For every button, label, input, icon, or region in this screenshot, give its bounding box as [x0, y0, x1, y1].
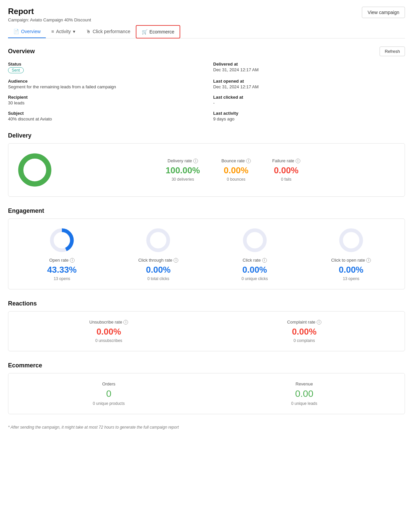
subject-value: 40% discount at Aviato	[8, 116, 200, 121]
orders-value: 0	[16, 388, 201, 399]
failure-rate-value: 0.00%	[272, 165, 300, 176]
failure-rate-metric: Failure rate i 0.00% 0 fails	[272, 158, 300, 182]
page-title: Report	[8, 7, 91, 16]
click-icon: 🖱	[86, 29, 91, 34]
click-through-info-icon: i	[174, 258, 178, 263]
delivery-inner: Delivery rate i 100.00% 30 deliveries Bo…	[16, 152, 397, 188]
orders-label: Orders	[16, 381, 201, 386]
delivery-rate-info-icon: i	[193, 159, 198, 163]
chevron-down-icon: ▾	[73, 29, 75, 34]
click-rate-value: 0.00%	[209, 265, 300, 275]
svg-point-11	[345, 234, 357, 246]
open-rate-value: 43.33%	[16, 265, 107, 275]
delivered-at-label: Delivered at	[213, 62, 405, 67]
svg-point-9	[249, 234, 261, 246]
refresh-button[interactable]: Refresh	[380, 47, 405, 56]
ecommerce-card: Orders 0 0 unique products Revenue 0.00 …	[8, 373, 405, 414]
header-left: Report Campaign: Aviato Campaign 40% Dis…	[8, 7, 91, 22]
bounce-rate-sub: 0 bounces	[221, 177, 251, 182]
campaign-subtitle: Campaign: Aviato Campaign 40% Discount	[8, 17, 91, 22]
last-activity-value: 9 days ago	[213, 116, 405, 121]
last-activity-item: Last activity 9 days ago	[213, 111, 405, 121]
complaint-metric: Complaint rate i 0.00% 0 complains	[212, 320, 397, 343]
engagement-card: Open rate i 43.33% 13 opens Click throug…	[8, 218, 405, 289]
click-through-sub: 0 total clicks	[113, 276, 204, 281]
revenue-value: 0.00	[212, 388, 397, 399]
last-clicked-value: -	[213, 100, 405, 105]
revenue-sub: 0 unique leads	[212, 401, 397, 406]
click-to-open-value: 0.00%	[306, 265, 397, 275]
click-to-open-label: Click to open rate i	[306, 258, 397, 263]
unsubscribe-label: Unsubscribe rate i	[16, 320, 201, 325]
svg-point-7	[152, 234, 164, 246]
last-activity-label: Last activity	[213, 111, 405, 116]
last-opened-item: Last opened at Dec 31, 2024 12:17 AM	[213, 79, 405, 89]
page-header: Report Campaign: Aviato Campaign 40% Dis…	[8, 7, 405, 22]
bounce-rate-metric: Bounce rate i 0.00% 0 bounces	[221, 158, 251, 182]
ecommerce-inner: Orders 0 0 unique products Revenue 0.00 …	[16, 381, 397, 406]
delivery-rate-label: Delivery rate i	[166, 158, 200, 163]
click-to-open-metric: Click to open rate i 0.00% 13 opens	[306, 227, 397, 281]
open-rate-info-icon: i	[70, 258, 75, 263]
tab-click-performance[interactable]: 🖱 Click performance	[81, 25, 136, 38]
overview-icon: 📄	[13, 29, 19, 34]
status-badge: Sent	[8, 67, 24, 73]
tab-ecommerce[interactable]: 🛒 Ecommerce	[136, 25, 181, 38]
open-rate-sub: 13 opens	[16, 276, 107, 281]
audience-item: Audience Segment for the remaining leads…	[8, 79, 200, 89]
orders-sub: 0 unique products	[16, 401, 201, 406]
recipient-value: 30 leads	[8, 100, 200, 105]
cart-icon: 🛒	[142, 29, 147, 34]
unsubscribe-sub: 0 unsubscribes	[16, 338, 201, 343]
orders-metric: Orders 0 0 unique products	[16, 381, 201, 406]
failure-rate-sub: 0 fails	[272, 177, 300, 182]
delivery-donut	[16, 152, 53, 188]
click-through-metric: Click through rate i 0.00% 0 total click…	[113, 227, 204, 281]
activity-icon: ≡	[51, 29, 54, 34]
overview-section-header: Overview Refresh	[8, 47, 405, 56]
click-rate-info-icon: i	[262, 258, 267, 263]
delivery-title: Delivery	[8, 132, 405, 139]
status-label: Status	[8, 62, 200, 67]
revenue-metric: Revenue 0.00 0 unique leads	[212, 381, 397, 406]
bounce-rate-value: 0.00%	[221, 165, 251, 176]
last-clicked-item: Last clicked at -	[213, 95, 405, 105]
last-opened-value: Dec 31, 2024 12:17 AM	[213, 84, 405, 89]
delivery-card: Delivery rate i 100.00% 30 deliveries Bo…	[8, 143, 405, 197]
revenue-label: Revenue	[212, 381, 397, 386]
click-to-open-info-icon: i	[366, 258, 371, 263]
subject-item: Subject 40% discount at Aviato	[8, 111, 200, 121]
ecommerce-title: Ecommerce	[8, 362, 405, 369]
delivered-at-value: Dec 31, 2024 12:17 AM	[213, 67, 405, 72]
open-rate-label: Open rate i	[16, 258, 107, 263]
subject-label: Subject	[8, 111, 200, 116]
delivery-metrics: Delivery rate i 100.00% 30 deliveries Bo…	[69, 158, 397, 182]
reactions-title: Reactions	[8, 300, 405, 307]
click-through-value: 0.00%	[113, 265, 204, 275]
open-rate-donut	[48, 227, 75, 254]
audience-value: Segment for the remaining leads from a f…	[8, 84, 200, 89]
open-rate-metric: Open rate i 43.33% 13 opens	[16, 227, 107, 281]
click-through-donut	[145, 227, 172, 254]
last-opened-label: Last opened at	[213, 79, 405, 84]
overview-info-grid: Status Sent Delivered at Dec 31, 2024 12…	[8, 62, 405, 121]
click-rate-sub: 0 unique clicks	[209, 276, 300, 281]
engagement-title: Engagement	[8, 207, 405, 214]
delivery-rate-metric: Delivery rate i 100.00% 30 deliveries	[166, 158, 200, 182]
audience-label: Audience	[8, 79, 200, 84]
status-item: Status Sent	[8, 62, 200, 73]
svg-point-5	[56, 234, 68, 246]
click-to-open-donut	[338, 227, 365, 254]
tab-overview[interactable]: 📄 Overview	[8, 25, 46, 38]
complaint-sub: 0 complains	[212, 338, 397, 343]
click-through-label: Click through rate i	[113, 258, 204, 263]
complaint-info-icon: i	[317, 320, 321, 325]
delivery-rate-value: 100.00%	[166, 165, 200, 176]
unsubscribe-metric: Unsubscribe rate i 0.00% 0 unsubscribes	[16, 320, 201, 343]
tab-activity[interactable]: ≡ Activity ▾	[46, 25, 81, 38]
complaint-value: 0.00%	[212, 327, 397, 337]
delivered-at-item: Delivered at Dec 31, 2024 12:17 AM	[213, 62, 405, 73]
unsubscribe-value: 0.00%	[16, 327, 201, 337]
view-campaign-button[interactable]: View campaign	[362, 7, 405, 18]
footer-note: * After sending the campaign, it might t…	[8, 425, 405, 430]
